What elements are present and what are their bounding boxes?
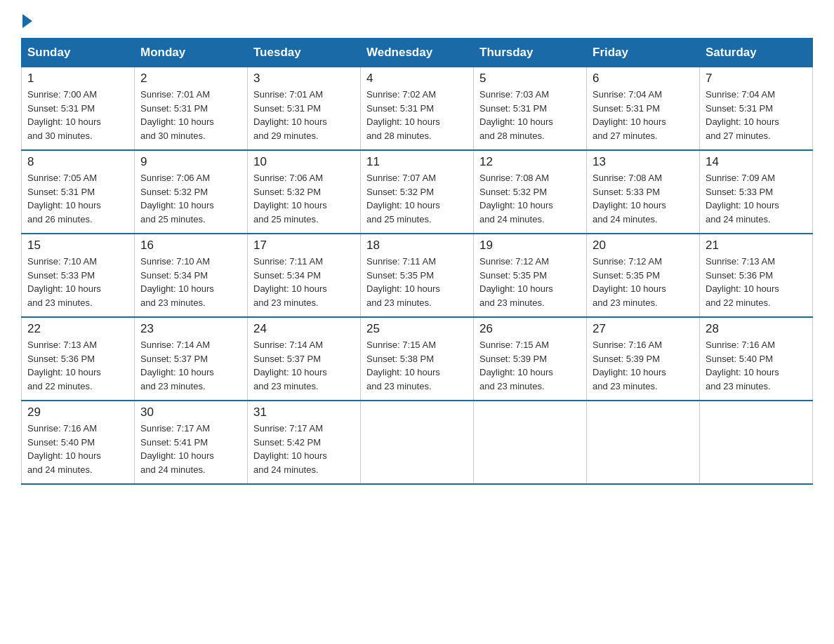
day-number: 11 bbox=[366, 155, 468, 169]
day-number: 12 bbox=[479, 155, 581, 169]
calendar-cell: 24 Sunrise: 7:14 AMSunset: 5:37 PMDaylig… bbox=[248, 317, 361, 401]
calendar-cell: 2 Sunrise: 7:01 AMSunset: 5:31 PMDayligh… bbox=[135, 67, 248, 151]
day-number: 1 bbox=[27, 72, 128, 86]
col-header-sunday: Sunday bbox=[22, 39, 135, 67]
col-header-saturday: Saturday bbox=[700, 39, 813, 67]
day-number: 26 bbox=[479, 322, 581, 336]
day-number: 14 bbox=[706, 155, 807, 169]
day-number: 6 bbox=[593, 72, 694, 86]
day-number: 21 bbox=[706, 239, 807, 253]
calendar-cell: 9 Sunrise: 7:06 AMSunset: 5:32 PMDayligh… bbox=[135, 150, 248, 234]
calendar-cell: 10 Sunrise: 7:06 AMSunset: 5:32 PMDaylig… bbox=[248, 150, 361, 234]
calendar-week-row: 1 Sunrise: 7:00 AMSunset: 5:31 PMDayligh… bbox=[22, 67, 813, 151]
day-info: Sunrise: 7:08 AMSunset: 5:33 PMDaylight:… bbox=[593, 171, 694, 226]
day-number: 2 bbox=[140, 72, 241, 86]
day-number: 19 bbox=[479, 239, 581, 253]
day-info: Sunrise: 7:01 AMSunset: 5:31 PMDaylight:… bbox=[253, 88, 355, 142]
calendar-cell: 4 Sunrise: 7:02 AMSunset: 5:31 PMDayligh… bbox=[361, 67, 474, 151]
day-number: 10 bbox=[253, 155, 355, 169]
day-info: Sunrise: 7:06 AMSunset: 5:32 PMDaylight:… bbox=[253, 171, 355, 226]
day-info: Sunrise: 7:17 AMSunset: 5:42 PMDaylight:… bbox=[253, 422, 355, 476]
col-header-monday: Monday bbox=[135, 39, 248, 67]
day-number: 31 bbox=[253, 405, 355, 420]
calendar-week-row: 8 Sunrise: 7:05 AMSunset: 5:31 PMDayligh… bbox=[22, 150, 813, 234]
calendar-week-row: 22 Sunrise: 7:13 AMSunset: 5:36 PMDaylig… bbox=[22, 317, 813, 401]
calendar-cell bbox=[361, 401, 474, 484]
day-info: Sunrise: 7:13 AMSunset: 5:36 PMDaylight:… bbox=[706, 255, 807, 309]
day-number: 28 bbox=[706, 322, 807, 336]
calendar-cell: 16 Sunrise: 7:10 AMSunset: 5:34 PMDaylig… bbox=[135, 234, 248, 317]
day-number: 25 bbox=[366, 322, 468, 336]
calendar-cell: 12 Sunrise: 7:08 AMSunset: 5:32 PMDaylig… bbox=[474, 150, 587, 234]
day-number: 8 bbox=[27, 155, 128, 169]
day-info: Sunrise: 7:15 AMSunset: 5:38 PMDaylight:… bbox=[366, 338, 468, 393]
calendar-cell bbox=[700, 401, 813, 484]
calendar-cell: 25 Sunrise: 7:15 AMSunset: 5:38 PMDaylig… bbox=[361, 317, 474, 401]
day-info: Sunrise: 7:14 AMSunset: 5:37 PMDaylight:… bbox=[140, 338, 241, 393]
calendar-cell: 14 Sunrise: 7:09 AMSunset: 5:33 PMDaylig… bbox=[700, 150, 813, 234]
calendar-week-row: 29 Sunrise: 7:16 AMSunset: 5:40 PMDaylig… bbox=[22, 401, 813, 484]
col-header-thursday: Thursday bbox=[474, 39, 587, 67]
day-info: Sunrise: 7:13 AMSunset: 5:36 PMDaylight:… bbox=[27, 338, 128, 393]
calendar-cell: 21 Sunrise: 7:13 AMSunset: 5:36 PMDaylig… bbox=[700, 234, 813, 317]
day-info: Sunrise: 7:04 AMSunset: 5:31 PMDaylight:… bbox=[706, 88, 807, 142]
day-info: Sunrise: 7:06 AMSunset: 5:32 PMDaylight:… bbox=[140, 171, 241, 226]
calendar-cell: 19 Sunrise: 7:12 AMSunset: 5:35 PMDaylig… bbox=[474, 234, 587, 317]
calendar-cell: 17 Sunrise: 7:11 AMSunset: 5:34 PMDaylig… bbox=[248, 234, 361, 317]
day-number: 15 bbox=[27, 239, 128, 253]
logo-arrow-icon bbox=[22, 14, 32, 28]
day-number: 23 bbox=[140, 322, 241, 336]
day-number: 27 bbox=[593, 322, 694, 336]
day-info: Sunrise: 7:02 AMSunset: 5:31 PMDaylight:… bbox=[366, 88, 468, 142]
day-info: Sunrise: 7:10 AMSunset: 5:34 PMDaylight:… bbox=[140, 255, 241, 309]
day-info: Sunrise: 7:01 AMSunset: 5:31 PMDaylight:… bbox=[140, 88, 241, 142]
day-number: 5 bbox=[479, 72, 581, 86]
day-info: Sunrise: 7:08 AMSunset: 5:32 PMDaylight:… bbox=[479, 171, 581, 226]
calendar-cell: 5 Sunrise: 7:03 AMSunset: 5:31 PMDayligh… bbox=[474, 67, 587, 151]
calendar-cell: 8 Sunrise: 7:05 AMSunset: 5:31 PMDayligh… bbox=[22, 150, 135, 234]
day-number: 4 bbox=[366, 72, 468, 86]
calendar-cell: 18 Sunrise: 7:11 AMSunset: 5:35 PMDaylig… bbox=[361, 234, 474, 317]
day-number: 13 bbox=[593, 155, 694, 169]
day-info: Sunrise: 7:12 AMSunset: 5:35 PMDaylight:… bbox=[479, 255, 581, 309]
calendar-cell: 22 Sunrise: 7:13 AMSunset: 5:36 PMDaylig… bbox=[22, 317, 135, 401]
day-number: 22 bbox=[27, 322, 128, 336]
day-info: Sunrise: 7:09 AMSunset: 5:33 PMDaylight:… bbox=[706, 171, 807, 226]
logo bbox=[21, 14, 32, 31]
calendar-cell: 7 Sunrise: 7:04 AMSunset: 5:31 PMDayligh… bbox=[700, 67, 813, 151]
day-info: Sunrise: 7:00 AMSunset: 5:31 PMDaylight:… bbox=[27, 88, 128, 142]
calendar-cell: 30 Sunrise: 7:17 AMSunset: 5:41 PMDaylig… bbox=[135, 401, 248, 484]
calendar-header-row: SundayMondayTuesdayWednesdayThursdayFrid… bbox=[22, 39, 813, 67]
day-info: Sunrise: 7:16 AMSunset: 5:39 PMDaylight:… bbox=[593, 338, 694, 393]
calendar-cell: 28 Sunrise: 7:16 AMSunset: 5:40 PMDaylig… bbox=[700, 317, 813, 401]
day-number: 17 bbox=[253, 239, 355, 253]
calendar-cell: 3 Sunrise: 7:01 AMSunset: 5:31 PMDayligh… bbox=[248, 67, 361, 151]
calendar-cell: 1 Sunrise: 7:00 AMSunset: 5:31 PMDayligh… bbox=[22, 67, 135, 151]
calendar-cell: 27 Sunrise: 7:16 AMSunset: 5:39 PMDaylig… bbox=[587, 317, 700, 401]
col-header-friday: Friday bbox=[587, 39, 700, 67]
calendar-cell: 29 Sunrise: 7:16 AMSunset: 5:40 PMDaylig… bbox=[22, 401, 135, 484]
day-number: 24 bbox=[253, 322, 355, 336]
day-number: 16 bbox=[140, 239, 241, 253]
day-number: 9 bbox=[140, 155, 241, 169]
day-number: 18 bbox=[366, 239, 468, 253]
day-number: 30 bbox=[140, 405, 241, 420]
calendar-week-row: 15 Sunrise: 7:10 AMSunset: 5:33 PMDaylig… bbox=[22, 234, 813, 317]
col-header-wednesday: Wednesday bbox=[361, 39, 474, 67]
calendar-cell: 26 Sunrise: 7:15 AMSunset: 5:39 PMDaylig… bbox=[474, 317, 587, 401]
calendar-cell bbox=[474, 401, 587, 484]
day-info: Sunrise: 7:14 AMSunset: 5:37 PMDaylight:… bbox=[253, 338, 355, 393]
day-info: Sunrise: 7:11 AMSunset: 5:35 PMDaylight:… bbox=[366, 255, 468, 309]
day-number: 3 bbox=[253, 72, 355, 86]
day-info: Sunrise: 7:03 AMSunset: 5:31 PMDaylight:… bbox=[479, 88, 581, 142]
calendar-cell: 13 Sunrise: 7:08 AMSunset: 5:33 PMDaylig… bbox=[587, 150, 700, 234]
day-info: Sunrise: 7:16 AMSunset: 5:40 PMDaylight:… bbox=[706, 338, 807, 393]
calendar-table: SundayMondayTuesdayWednesdayThursdayFrid… bbox=[21, 38, 813, 485]
calendar-cell: 6 Sunrise: 7:04 AMSunset: 5:31 PMDayligh… bbox=[587, 67, 700, 151]
col-header-tuesday: Tuesday bbox=[248, 39, 361, 67]
day-info: Sunrise: 7:12 AMSunset: 5:35 PMDaylight:… bbox=[593, 255, 694, 309]
calendar-cell: 20 Sunrise: 7:12 AMSunset: 5:35 PMDaylig… bbox=[587, 234, 700, 317]
day-info: Sunrise: 7:04 AMSunset: 5:31 PMDaylight:… bbox=[593, 88, 694, 142]
day-number: 7 bbox=[706, 72, 807, 86]
calendar-cell: 31 Sunrise: 7:17 AMSunset: 5:42 PMDaylig… bbox=[248, 401, 361, 484]
